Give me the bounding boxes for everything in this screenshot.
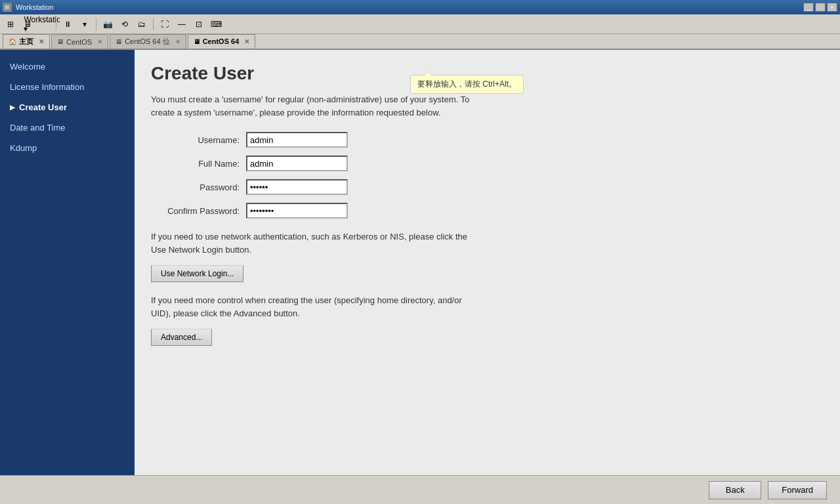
pause-dropdown[interactable]: ▾ (77, 17, 93, 32)
confirm-password-input[interactable] (246, 203, 348, 219)
sidebar-kdump-label: Kdump (10, 143, 37, 153)
sidebar-license-label: License Information (10, 82, 84, 92)
tab-centos64-label: CentOS 64 (203, 37, 240, 45)
back-button[interactable]: Back (709, 481, 761, 499)
use-network-login-button[interactable]: Use Network Login... (151, 265, 243, 282)
vm-settings-button[interactable]: ⊞ (3, 17, 18, 32)
tabbar: 🏠 主页 ✕ 🖥 CentOS ✕ 🖥 CentOS 64 位 ✕ 🖥 Cent… (0, 34, 840, 50)
send-key-button[interactable]: ⌨ (208, 17, 224, 32)
main-area: Welcome License Information ▶ Create Use… (0, 50, 840, 475)
tab-centos64-close[interactable]: ✕ (244, 38, 249, 45)
revert-button[interactable]: ⟲ (117, 17, 133, 32)
fullname-label: Full Name: (151, 159, 240, 169)
fullname-row: Full Name: (151, 156, 824, 171)
app-icon: ⊞ (3, 3, 12, 12)
titlebar: ⊞ Workstation _ □ × (0, 0, 840, 14)
password-label: Password: (151, 182, 240, 192)
fullscreen-button[interactable]: ⛶ (157, 17, 173, 32)
advanced-button[interactable]: Advanced... (151, 329, 212, 346)
snapshot-mgr-button[interactable]: 🗂 (134, 17, 150, 32)
tab-centos64[interactable]: 🖥 CentOS 64 ✕ (188, 34, 256, 49)
sidebar-create-user-label: Create User (19, 102, 67, 112)
tooltip: 要释放输入，请按 Ctrl+Alt。 (410, 75, 524, 94)
advanced-section-text: If you need more control when creating t… (151, 294, 479, 320)
tab-home-label: 主页 (19, 37, 33, 47)
minimize-vm-button[interactable]: — (174, 17, 190, 32)
sidebar-datetime-label: Date and Time (10, 123, 66, 133)
username-row: Username: (151, 132, 824, 148)
sidebar-item-welcome[interactable]: Welcome (0, 56, 135, 77)
fullname-input[interactable] (246, 156, 348, 171)
tooltip-text: 要释放输入，请按 Ctrl+Alt。 (417, 79, 516, 89)
separator-2 (96, 18, 96, 30)
page-description: You must create a 'username' for regular… (151, 93, 479, 119)
sidebar: Welcome License Information ▶ Create Use… (0, 50, 135, 475)
sidebar-item-create-user[interactable]: ▶ Create User (0, 97, 135, 117)
username-label: Username: (151, 135, 240, 145)
window-controls[interactable]: _ □ × (803, 3, 837, 12)
sidebar-item-license[interactable]: License Information (0, 77, 135, 97)
toolbar: ⊞ 🖥 Workstation ▾ ⏸ ▾ 📷 ⟲ 🗂 ⛶ — ⊡ ⌨ (0, 14, 840, 34)
separator-3 (153, 18, 154, 30)
tooltip-container: 要释放输入，请按 Ctrl+Alt。 (410, 75, 524, 94)
tab-centos[interactable]: 🖥 CentOS ✕ (51, 34, 108, 49)
confirm-password-label: Confirm Password: (151, 206, 240, 216)
titlebar-title: Workstation (16, 3, 799, 11)
tab-centos-close[interactable]: ✕ (97, 38, 102, 45)
pause-button[interactable]: ⏸ (60, 17, 75, 32)
sidebar-item-kdump[interactable]: Kdump (0, 138, 135, 158)
separator-1 (56, 18, 56, 30)
tab-home[interactable]: 🏠 主页 ✕ (3, 34, 50, 49)
minimize-button[interactable]: _ (803, 3, 814, 12)
bottom-bar: Back Forward (0, 475, 840, 504)
network-section-text: If you need to use network authenticatio… (151, 230, 479, 256)
sidebar-welcome-label: Welcome (10, 62, 45, 72)
restore-button[interactable]: ⊡ (191, 17, 207, 32)
sidebar-item-date-time[interactable]: Date and Time (0, 117, 135, 138)
password-input[interactable] (246, 179, 348, 195)
username-input[interactable] (246, 132, 348, 148)
content-area: 要释放输入，请按 Ctrl+Alt。 Create User You must … (135, 50, 840, 475)
maximize-button[interactable]: □ (815, 3, 826, 12)
tab-centos64-bit-label: CentOS 64 位 (125, 37, 169, 47)
close-button[interactable]: × (827, 3, 837, 12)
tab-centos-label: CentOS (66, 38, 92, 46)
centos-icon: 🖥 (57, 38, 64, 45)
workstation-dropdown[interactable]: Workstation ▾ (37, 17, 52, 32)
centos64bit-icon: 🖥 (116, 38, 122, 45)
snapshot-button[interactable]: 📷 (100, 17, 116, 32)
confirm-password-row: Confirm Password: (151, 203, 824, 219)
tab-home-close[interactable]: ✕ (39, 38, 44, 45)
password-row: Password: (151, 179, 824, 195)
tab-centos64-bit[interactable]: 🖥 CentOS 64 位 ✕ (110, 34, 186, 49)
tab-centos64-bit-close[interactable]: ✕ (175, 38, 180, 45)
active-arrow-icon: ▶ (10, 104, 15, 111)
centos64-icon: 🖥 (194, 38, 200, 45)
home-icon: 🏠 (9, 38, 16, 45)
forward-button[interactable]: Forward (768, 481, 827, 499)
